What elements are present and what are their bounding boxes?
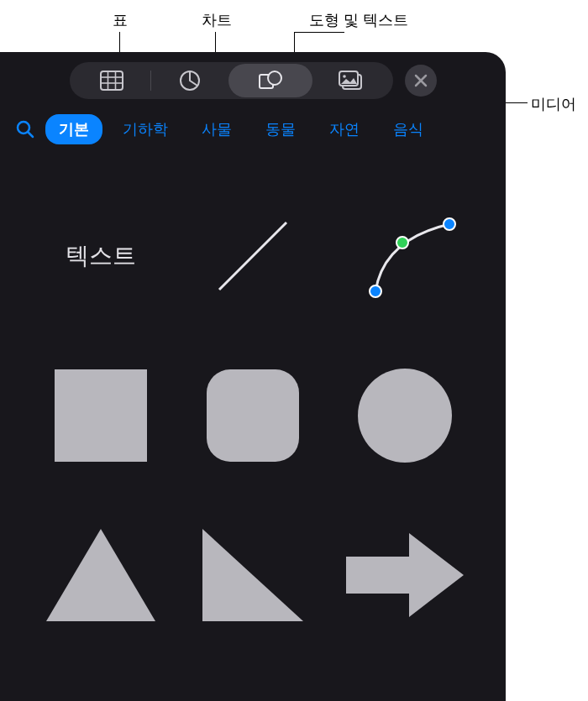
svg-line-15	[219, 222, 286, 290]
svg-point-16	[370, 285, 381, 297]
table-button[interactable]	[73, 64, 150, 97]
shape-line[interactable]	[186, 193, 321, 319]
search-button[interactable]	[12, 116, 39, 143]
shape-text[interactable]: 텍스트	[34, 193, 169, 319]
annotation-chart: 차트	[202, 10, 232, 30]
chart-icon	[179, 70, 201, 92]
annotation-media: 미디어	[531, 94, 576, 114]
svg-point-17	[444, 218, 455, 230]
svg-marker-23	[202, 529, 303, 621]
arrow-icon	[346, 533, 464, 617]
shape-triangle[interactable]	[34, 512, 169, 638]
close-icon	[414, 74, 428, 87]
square-icon	[55, 369, 147, 462]
annotation-table: 표	[113, 10, 128, 30]
shapes-button[interactable]	[228, 64, 312, 97]
toolbar-pill	[70, 62, 393, 99]
svg-point-10	[343, 75, 346, 78]
shapes-icon	[258, 70, 283, 92]
toolbar	[0, 52, 506, 106]
svg-point-18	[396, 237, 408, 248]
close-button[interactable]	[405, 65, 437, 97]
category-tab-geometry[interactable]: 기하학	[109, 114, 181, 144]
line-icon	[202, 206, 303, 306]
svg-point-7	[268, 71, 281, 85]
rounded-square-icon	[207, 369, 299, 462]
annotation-line	[294, 32, 344, 33]
annotation-shapes: 도형 및 텍스트	[309, 10, 408, 30]
shape-curve-pen[interactable]	[337, 193, 472, 319]
category-tab-animals[interactable]: 동물	[252, 114, 309, 144]
shapes-grid: 텍스트	[0, 160, 506, 638]
text-shape-label: 텍스트	[66, 240, 136, 272]
circle-icon	[358, 369, 452, 463]
shape-arrow[interactable]	[337, 512, 472, 638]
search-icon	[16, 120, 34, 139]
category-tab-food[interactable]: 음식	[380, 114, 437, 144]
svg-marker-24	[346, 533, 464, 617]
category-tab-basic[interactable]: 기본	[45, 114, 102, 144]
insert-panel: 기본 기하학 사물 동물 자연 음식 텍스트	[0, 52, 506, 701]
triangle-icon	[46, 529, 155, 621]
media-button[interactable]	[312, 64, 390, 97]
svg-rect-0	[101, 71, 123, 90]
category-row: 기본 기하학 사물 동물 자연 음식	[0, 106, 506, 160]
shape-square[interactable]	[34, 353, 169, 479]
media-icon	[339, 71, 364, 91]
svg-point-21	[358, 369, 452, 463]
category-tab-objects[interactable]: 사물	[188, 114, 245, 144]
table-icon	[100, 71, 123, 91]
svg-rect-19	[55, 369, 147, 462]
shape-right-triangle[interactable]	[186, 512, 321, 638]
svg-line-14	[29, 133, 34, 138]
right-triangle-icon	[202, 529, 303, 621]
svg-rect-20	[207, 369, 299, 462]
shape-rounded-square[interactable]	[186, 353, 321, 479]
curve-pen-icon	[350, 206, 459, 306]
shape-circle[interactable]	[337, 353, 472, 479]
chart-button[interactable]	[151, 64, 228, 97]
category-tab-nature[interactable]: 자연	[316, 114, 373, 144]
svg-marker-22	[46, 529, 155, 621]
